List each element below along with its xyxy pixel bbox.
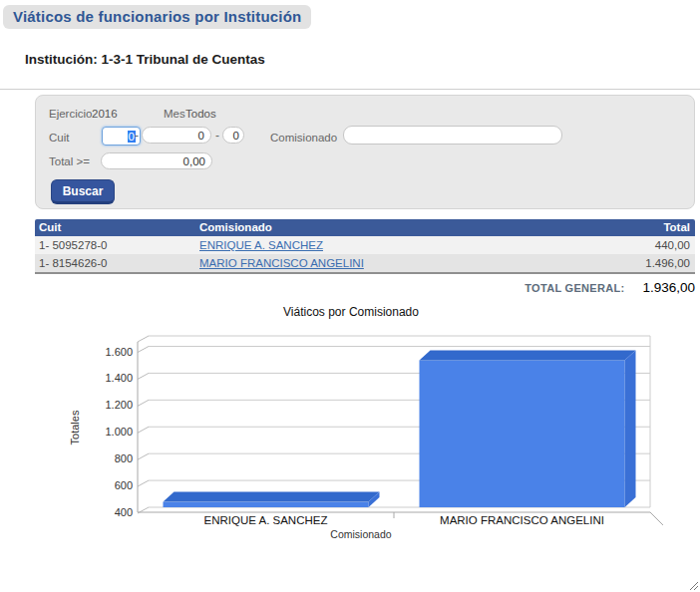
cell-cuit: 1- 8154626-0	[35, 254, 199, 272]
cuit-input-3[interactable]	[222, 127, 244, 144]
header-comisionado: Comisionado	[199, 219, 575, 236]
header-cuit: Cuit	[35, 219, 199, 236]
total-general: TOTAL GENERAL: 1.936,00	[525, 280, 695, 295]
chart-canvas: 4006008001.0001.2001.4001.600ENRIQUE A. …	[0, 299, 700, 554]
results-table: Cuit Comisionado Total 1- 5095278-0 ENRI…	[35, 219, 695, 274]
cell-cuit: 1- 5095278-0	[35, 236, 199, 254]
cuit-label: Cuit	[49, 132, 69, 144]
table-bottom-border	[35, 272, 695, 274]
top-separator	[0, 89, 700, 90]
svg-text:1.400: 1.400	[105, 372, 133, 384]
svg-text:400: 400	[115, 506, 133, 518]
svg-text:MARIO FRANCISCO ANGELINI: MARIO FRANCISCO ANGELINI	[440, 514, 604, 526]
svg-text:Totales: Totales	[69, 410, 81, 444]
table-row: 1- 8154626-0 MARIO FRANCISCO ANGELINI 1.…	[35, 254, 695, 272]
table-row: 1- 5095278-0 ENRIQUE A. SANCHEZ 440,00	[35, 236, 695, 254]
total-input[interactable]	[101, 152, 212, 169]
cell-total: 1.496,00	[575, 254, 695, 272]
institution-subtitle: Institución: 1-3-1 Tribunal de Cuentas	[25, 52, 265, 67]
cell-total: 440,00	[575, 236, 695, 254]
cuit-input-2[interactable]	[142, 127, 211, 144]
mes-value: Todos	[185, 108, 216, 120]
ejercicio-label: Ejercicio	[49, 108, 92, 120]
ejercicio-value: 2016	[92, 108, 118, 120]
resize-handle-icon[interactable]	[688, 580, 698, 590]
buscar-button[interactable]: Buscar	[51, 179, 115, 204]
cuit-dash-2: -	[215, 129, 219, 143]
svg-text:800: 800	[115, 452, 133, 464]
comisionado-label: Comisionado	[270, 132, 337, 144]
svg-text:Viáticos por Comisionado: Viáticos por Comisionado	[283, 305, 419, 319]
header-total: Total	[575, 219, 695, 236]
filter-panel: Ejercicio 2016 Mes Todos Cuit 0 - - Comi…	[35, 95, 695, 209]
svg-text:Comisionado: Comisionado	[330, 528, 391, 540]
viaticos-bar-chart: 4006008001.0001.2001.4001.600ENRIQUE A. …	[0, 299, 700, 554]
mes-label: Mes	[164, 108, 185, 120]
svg-text:1.000: 1.000	[105, 426, 133, 438]
cuit-dash-1: -	[135, 129, 139, 143]
total-filter-label: Total >=	[49, 155, 90, 167]
svg-text:1.600: 1.600	[105, 346, 133, 358]
svg-text:600: 600	[115, 479, 133, 491]
comisionado-input[interactable]	[343, 126, 562, 145]
comisionado-link[interactable]: MARIO FRANCISCO ANGELINI	[199, 257, 364, 269]
table-header-row: Cuit Comisionado Total	[35, 219, 695, 236]
svg-text:ENRIQUE A. SANCHEZ: ENRIQUE A. SANCHEZ	[204, 514, 328, 526]
total-general-value: 1.936,00	[642, 280, 695, 295]
svg-text:1.200: 1.200	[105, 399, 133, 411]
total-general-label: TOTAL GENERAL:	[525, 282, 624, 294]
page-title: Viáticos de funcionarios por Institución	[3, 5, 311, 29]
comisionado-link[interactable]: ENRIQUE A. SANCHEZ	[199, 239, 323, 251]
